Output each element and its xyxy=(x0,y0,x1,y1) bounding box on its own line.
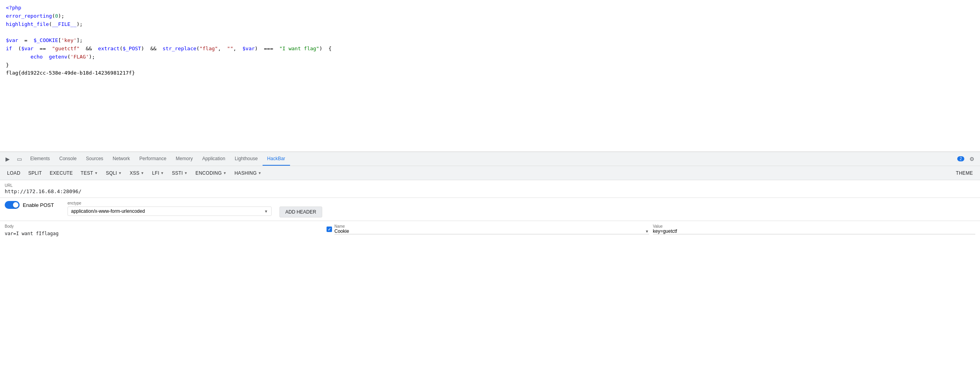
code-line-4 xyxy=(6,28,974,37)
code-line-1: <?php xyxy=(6,4,974,12)
tab-performance[interactable]: Performance xyxy=(135,152,171,153)
code-line-3: highlight_file(__FILE__); xyxy=(6,20,974,29)
devtools-tabs: Elements Console Sources Network Perform… xyxy=(26,152,957,153)
tab-console[interactable]: Console xyxy=(55,152,81,153)
tab-lighthouse[interactable]: Lighthouse xyxy=(230,152,263,153)
code-line-2: error_reporting(0); xyxy=(6,12,974,20)
tab-memory[interactable]: Memory xyxy=(171,152,197,153)
tab-application[interactable]: Application xyxy=(197,152,230,153)
tab-sources[interactable]: Sources xyxy=(81,152,108,153)
code-line-flag: flag{dd1922cc-538e-49de-b18d-14236981217… xyxy=(6,69,974,77)
tab-elements[interactable]: Elements xyxy=(26,152,55,153)
devtools-panel: ▶ ▭ Elements Console Sources Network Per… xyxy=(0,152,980,153)
tab-hackbar[interactable]: HackBar xyxy=(263,152,290,153)
code-display: <?php error_reporting(0); highlight_file… xyxy=(0,0,980,153)
code-line-6: if ($var == "guetctf" && extract($_POST)… xyxy=(6,45,974,53)
code-line-7: echo getenv('FLAG'); xyxy=(6,53,974,61)
devtools-tabs-bar: ▶ ▭ Elements Console Sources Network Per… xyxy=(0,152,980,153)
code-line-8: } xyxy=(6,61,974,69)
tab-network[interactable]: Network xyxy=(108,152,135,153)
code-line-5: $var = $_COOKIE['key']; xyxy=(6,37,974,45)
